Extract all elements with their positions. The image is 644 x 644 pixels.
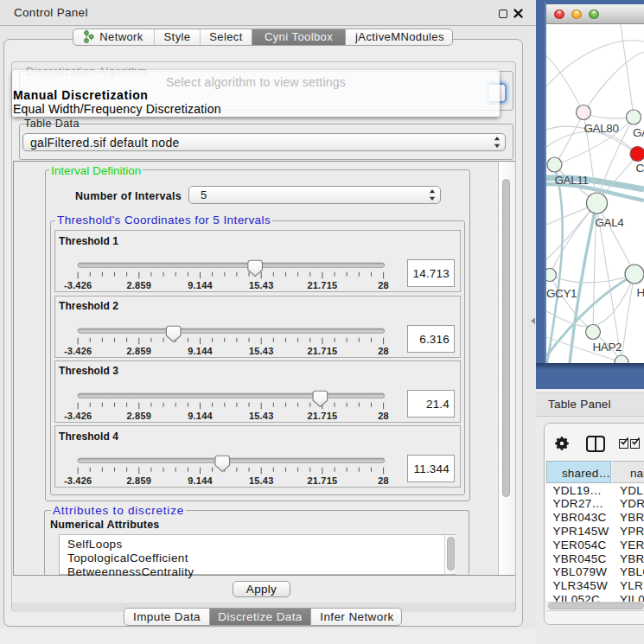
svg-text:HAP2: HAP2 [593,341,622,354]
svg-text:GAL4: GAL4 [596,216,625,229]
svg-text:HA: HA [637,286,644,299]
svg-text:GA: GA [633,126,644,139]
svg-text:CY: CY [636,162,644,175]
svg-text:GAL11: GAL11 [555,174,589,187]
svg-text:GCY1: GCY1 [546,287,577,300]
svg-text:GAL80: GAL80 [584,122,619,135]
